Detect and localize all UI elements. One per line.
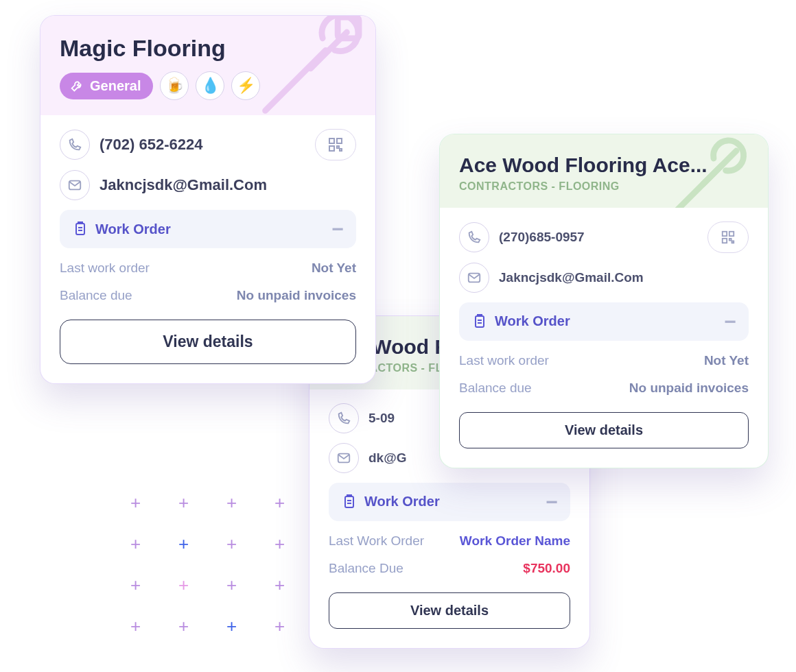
balance-label: Balance due bbox=[60, 288, 132, 303]
clipboard-icon bbox=[341, 494, 358, 510]
view-details-button[interactable]: View details bbox=[459, 412, 749, 448]
email-value: Jakncjsdk@Gmail.Com bbox=[100, 176, 356, 194]
view-details-button[interactable]: View details bbox=[329, 592, 570, 629]
tag-row: General 🍺 💧 ⚡ bbox=[60, 71, 356, 100]
balance-label: Balance due bbox=[459, 381, 532, 396]
clipboard-icon bbox=[72, 221, 89, 237]
phone-icon bbox=[459, 222, 489, 252]
work-order-toggle[interactable]: Work Order − bbox=[329, 483, 570, 521]
water-icon[interactable]: 💧 bbox=[196, 71, 224, 100]
work-order-toggle[interactable]: Work Order − bbox=[60, 210, 356, 248]
last-order-label: Last work order bbox=[459, 353, 549, 368]
svg-rect-1 bbox=[345, 496, 353, 507]
tools-icon bbox=[69, 78, 84, 93]
balance-label: Balance Due bbox=[329, 561, 403, 576]
phone-value: (270)685-0957 bbox=[499, 230, 698, 245]
balance-value: No unpaid invoices bbox=[629, 381, 749, 396]
last-order-label: Last Work Order bbox=[329, 533, 424, 549]
qr-button[interactable] bbox=[315, 129, 356, 160]
balance-value: No unpaid invoices bbox=[237, 288, 356, 303]
balance-value: $750.00 bbox=[523, 561, 570, 576]
vendor-card-purple: Magic Flooring General 🍺 💧 ⚡ (702) 652-6… bbox=[40, 15, 376, 384]
collapse-icon: − bbox=[546, 498, 558, 506]
svg-rect-8 bbox=[329, 139, 334, 143]
last-order-value: Not Yet bbox=[312, 261, 356, 276]
work-order-toggle[interactable]: Work Order − bbox=[459, 302, 749, 341]
vendor-subtitle: CONTRACTORS - FLOORING bbox=[459, 180, 749, 193]
svg-rect-10 bbox=[329, 146, 334, 151]
email-value: Jakncjsdk@Gmail.Com bbox=[499, 270, 749, 285]
last-order-label: Last work order bbox=[60, 261, 150, 276]
qr-icon bbox=[721, 230, 736, 245]
bolt-icon[interactable]: ⚡ bbox=[231, 71, 260, 100]
category-tag-label: General bbox=[90, 78, 141, 94]
phone-icon bbox=[329, 403, 359, 433]
phone-value: (702) 652-6224 bbox=[100, 136, 305, 154]
view-details-button[interactable]: View details bbox=[60, 320, 356, 364]
svg-rect-3 bbox=[729, 231, 734, 235]
qr-icon bbox=[327, 136, 344, 153]
work-order-label: Work Order bbox=[495, 313, 570, 329]
svg-rect-6 bbox=[476, 316, 484, 327]
phone-icon bbox=[60, 130, 90, 160]
vendor-name: Magic Flooring bbox=[60, 35, 356, 62]
last-order-value: Not Yet bbox=[704, 353, 749, 368]
tools-deco-icon bbox=[238, 16, 375, 115]
work-order-label: Work Order bbox=[364, 494, 440, 509]
clipboard-icon bbox=[471, 313, 488, 330]
last-order-value[interactable]: Work Order Name bbox=[460, 533, 570, 549]
svg-rect-2 bbox=[723, 231, 727, 235]
email-icon bbox=[459, 263, 489, 293]
work-order-label: Work Order bbox=[95, 221, 171, 237]
svg-rect-4 bbox=[723, 238, 727, 242]
email-icon bbox=[60, 170, 90, 200]
decorative-plus-grid: ++++++++++++++++ bbox=[130, 494, 323, 658]
svg-rect-12 bbox=[76, 224, 84, 235]
qr-button[interactable] bbox=[707, 221, 749, 253]
email-icon bbox=[329, 443, 359, 473]
beer-icon[interactable]: 🍺 bbox=[160, 71, 189, 100]
collapse-icon: − bbox=[331, 225, 344, 233]
vendor-name: Ace Wood Flooring Ace... bbox=[459, 154, 749, 178]
svg-rect-9 bbox=[337, 139, 342, 143]
vendor-card-green: Ace Wood Flooring Ace... CONTRACTORS - F… bbox=[439, 134, 769, 468]
category-tag-general[interactable]: General bbox=[60, 73, 153, 99]
collapse-icon: − bbox=[724, 317, 736, 326]
